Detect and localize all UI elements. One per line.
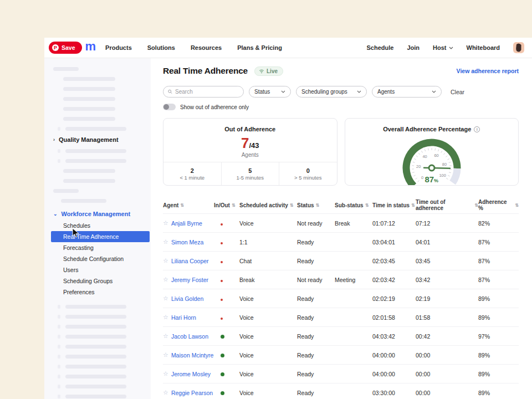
favorite-star-icon[interactable]: ☆ <box>163 276 168 283</box>
status: Ready <box>297 333 335 340</box>
breakdown-label: 1-5 minutes <box>236 175 264 181</box>
nav-item-solutions[interactable]: Solutions <box>147 44 175 51</box>
sidebar-item-users[interactable]: Users <box>44 264 151 275</box>
sidebar-item-schedules[interactable]: Schedules <box>44 220 151 231</box>
agent-name-link[interactable]: Anjali Byrne <box>171 220 202 227</box>
sidebar-item-scheduling-groups[interactable]: Scheduling Groups <box>44 275 151 287</box>
sidebar-skeleton-mid <box>44 146 151 206</box>
nav-item-join[interactable]: Join <box>407 44 420 51</box>
nav-item-whiteboard[interactable]: Whiteboard <box>467 44 500 51</box>
sidebar-item-real-time-adherence[interactable]: Real Time Adherence <box>51 231 150 242</box>
nav-item-plans-pricing[interactable]: Plans & Pricing <box>237 44 282 51</box>
breakdown-cell: 5 1-5 minutes <box>221 162 279 185</box>
out-of-adherence-breakdown: 2 < 1 minute 5 1-5 minutes 0 > 5 minutes <box>163 162 337 185</box>
favorite-star-icon[interactable]: ☆ <box>163 389 168 396</box>
show-out-of-adherence-toggle[interactable] <box>163 104 176 110</box>
skeleton-row <box>44 361 151 371</box>
status: Ready <box>297 295 335 302</box>
status: Ready <box>297 352 335 359</box>
nav-item-host[interactable]: Host <box>433 44 453 51</box>
skeleton-bar <box>53 67 79 71</box>
pinterest-save-button[interactable]: P Save <box>49 42 82 54</box>
live-label: Live <box>267 68 278 74</box>
column-header-agent[interactable]: Agent ⇅ <box>163 202 214 208</box>
favorite-star-icon[interactable]: ☆ <box>163 295 168 302</box>
status-dropdown[interactable]: Status <box>249 86 291 98</box>
favorite-star-icon[interactable]: ☆ <box>163 257 168 264</box>
chevron-down-icon: ⌄ <box>53 211 58 217</box>
nav-left-group: ProductsSolutionsResourcesPlans & Pricin… <box>105 44 282 51</box>
agent-name-link[interactable]: Livia Golden <box>171 295 203 302</box>
column-header-time-out-of-adherence[interactable]: Time out of adherence ⇅ <box>416 199 478 211</box>
favorite-star-icon[interactable]: ☆ <box>163 351 168 359</box>
sidebar-skeleton-bottom <box>44 298 151 399</box>
out-of-adherence-total: /43 <box>249 141 259 150</box>
out-of-adherence-count: 7 <box>241 135 249 151</box>
sidebar-item-forecasting[interactable]: Forecasting <box>44 242 151 253</box>
user-avatar[interactable] <box>513 42 524 53</box>
agent-name-link[interactable]: Jeremy Foster <box>171 277 208 283</box>
column-header-sub-status[interactable]: Sub-status ⇅ <box>335 202 372 208</box>
miro-logo[interactable]: m <box>85 39 96 54</box>
sidebar-item-schedule-configuration[interactable]: Schedule Configuration <box>44 253 151 264</box>
favorite-star-icon[interactable]: ☆ <box>163 370 168 377</box>
skeleton-bar <box>63 77 115 81</box>
scheduled-activity: Break <box>239 277 297 283</box>
skeleton-row <box>44 341 151 351</box>
scheduling-groups-dropdown[interactable]: Scheduling groups <box>296 86 367 98</box>
column-label: Adherence % <box>478 199 513 211</box>
skeleton-tick <box>58 395 60 398</box>
clear-filters-button[interactable]: Clear <box>451 89 464 95</box>
scheduled-activity: Voice <box>239 314 297 321</box>
status: Ready <box>297 371 335 377</box>
search-input[interactable] <box>175 89 239 95</box>
scheduled-activity: Voice <box>239 333 297 340</box>
info-icon[interactable]: i <box>474 126 480 132</box>
scheduled-activity: Voice <box>239 352 297 359</box>
table-row: ☆ Jeremy Foster Break Not ready Meeting … <box>163 270 519 289</box>
nav-item-products[interactable]: Products <box>105 44 132 51</box>
column-header-status[interactable]: Status ⇅ <box>297 202 335 208</box>
favorite-star-icon[interactable]: ☆ <box>163 219 168 227</box>
sidebar-item-quality-management[interactable]: › Quality Management <box>44 134 151 146</box>
agent-name-link[interactable]: Jerome Mosley <box>171 371 211 377</box>
view-adherence-report-link[interactable]: View adherence report <box>457 68 519 74</box>
time-in-status: 04:03:42 <box>372 333 416 340</box>
column-header-in-out[interactable]: In/Out ⇅ <box>214 202 239 208</box>
chevron-down-icon <box>281 90 285 93</box>
quality-management-label: Quality Management <box>59 136 119 143</box>
table-row: ☆ Reggie Pearson Voice Ready 03:30:00 00… <box>163 383 519 399</box>
in-adherence-dot <box>221 372 224 376</box>
skeleton-tick <box>58 385 60 388</box>
sort-icon: ⇅ <box>474 203 478 208</box>
sidebar: › Quality Management ⌄ Workforce Managem… <box>44 58 151 399</box>
sort-icon: ⇅ <box>411 203 415 208</box>
agent-name-link[interactable]: Simon Meza <box>171 239 203 245</box>
agent-name-link[interactable]: Jacob Lawson <box>171 333 208 340</box>
agents-dropdown[interactable]: Agents <box>372 86 442 98</box>
nav-item-schedule[interactable]: Schedule <box>367 44 394 51</box>
column-header-adherence-%[interactable]: Adherence % ⇅ <box>478 199 519 211</box>
sidebar-item-workforce-management[interactable]: ⌄ Workforce Management <box>44 208 151 220</box>
agent-name-link[interactable]: Liliana Cooper <box>171 258 209 264</box>
column-header-scheduled-activity[interactable]: Scheduled activity ⇅ <box>239 202 297 208</box>
skeleton-tick <box>58 127 60 131</box>
table-row: ☆ Jerome Mosley Voice Ready 04:00:00 00:… <box>163 364 519 383</box>
favorite-star-icon[interactable]: ☆ <box>163 332 168 340</box>
workforce-management-items: SchedulesReal Time AdherenceForecastingS… <box>44 220 151 298</box>
sort-icon: ⇅ <box>232 203 236 208</box>
status: Ready <box>297 314 335 321</box>
column-header-time-in-status[interactable]: Time in status ⇅ <box>372 202 416 208</box>
adherence-percentage: 89% <box>478 390 519 396</box>
out-of-adherence-dot <box>221 261 223 263</box>
table-row: ☆ Livia Golden Voice Ready 02:02:19 02:1… <box>163 289 519 308</box>
agent-name-link[interactable]: Reggie Pearson <box>171 390 213 396</box>
favorite-star-icon[interactable]: ☆ <box>163 314 168 321</box>
pinterest-save-label: Save <box>62 44 75 51</box>
skeleton-row <box>44 311 151 321</box>
agent-name-link[interactable]: Hari Horn <box>171 314 196 321</box>
agent-name-link[interactable]: Maison Mcintyre <box>171 352 213 359</box>
nav-item-resources[interactable]: Resources <box>191 44 222 51</box>
favorite-star-icon[interactable]: ☆ <box>163 238 168 245</box>
sidebar-item-preferences[interactable]: Preferences <box>44 287 151 298</box>
